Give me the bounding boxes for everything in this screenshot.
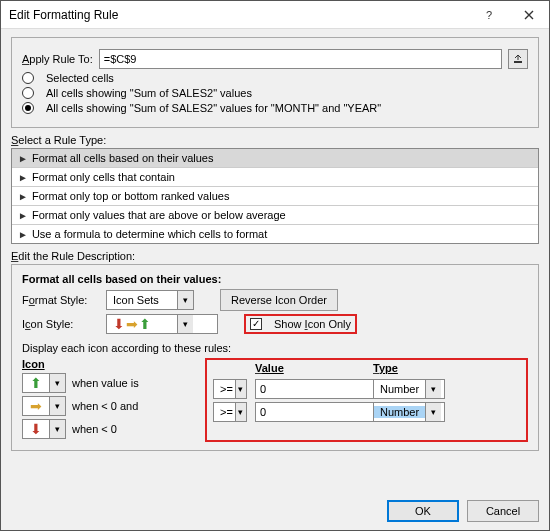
- rule-text: when < 0 and: [72, 400, 138, 412]
- rule-type-item[interactable]: ►Format only values that are above or be…: [12, 206, 538, 225]
- window-title: Edit Formatting Rule: [9, 8, 469, 22]
- apply-rule-group: Apply Rule To: Selected cells All cells …: [11, 37, 539, 128]
- operator-combo[interactable]: >=▾: [213, 402, 247, 422]
- show-icon-only-label: Show Icon Only: [274, 318, 351, 330]
- bullet-icon: ►: [18, 229, 28, 240]
- bullet-icon: ►: [18, 172, 28, 183]
- arrow-up-icon: ⬆: [139, 317, 151, 331]
- cancel-button[interactable]: Cancel: [467, 500, 539, 522]
- highlight-value-type: Value Type >=▾ Number▾ >=▾: [205, 358, 528, 442]
- type-combo[interactable]: Number▾: [373, 379, 445, 399]
- icon-style-combo[interactable]: ⬇ ➡ ⬆ ▾: [106, 314, 218, 334]
- icon-picker[interactable]: ⬆▾: [22, 373, 66, 393]
- chevron-down-icon: ▾: [425, 403, 441, 421]
- scope-all-cells[interactable]: All cells showing "Sum of SALES2" values: [22, 87, 528, 99]
- chevron-down-icon: ▾: [235, 380, 246, 398]
- range-select-button[interactable]: [508, 49, 528, 69]
- desc-heading: Format all cells based on their values:: [22, 273, 528, 285]
- collapse-icon: [513, 54, 523, 64]
- close-button[interactable]: [509, 1, 549, 29]
- chevron-down-icon: ▾: [425, 380, 441, 398]
- display-rules-label: Display each icon according to these rul…: [22, 342, 528, 354]
- svg-rect-0: [514, 61, 522, 63]
- scope-all-cells-fields[interactable]: All cells showing "Sum of SALES2" values…: [22, 102, 528, 114]
- bullet-icon: ►: [18, 210, 28, 221]
- type-combo[interactable]: Number▾: [373, 402, 445, 422]
- radio-icon: [22, 102, 34, 114]
- arrow-right-icon: ➡: [30, 399, 42, 413]
- col-value: Value: [255, 362, 365, 374]
- radio-icon: [22, 72, 34, 84]
- rule-desc-label: Edit the Rule Description:: [11, 250, 539, 262]
- reverse-icon-order-button[interactable]: Reverse Icon Order: [220, 289, 338, 311]
- chevron-down-icon: ▾: [177, 315, 193, 333]
- apply-rule-label: Apply Rule To:: [22, 53, 93, 65]
- arrow-right-icon: ➡: [126, 317, 138, 331]
- chevron-down-icon: ▾: [49, 420, 65, 438]
- dialog-footer: OK Cancel: [387, 500, 539, 522]
- arrow-up-icon: ⬆: [30, 376, 42, 390]
- icon-picker[interactable]: ➡▾: [22, 396, 66, 416]
- icon-picker[interactable]: ⬇▾: [22, 419, 66, 439]
- rule-type-item[interactable]: ►Format all cells based on their values: [12, 149, 538, 168]
- format-style-label: Format Style:: [22, 294, 100, 306]
- rule-type-item[interactable]: ►Format only top or bottom ranked values: [12, 187, 538, 206]
- format-style-combo[interactable]: Icon Sets ▾: [106, 290, 194, 310]
- bullet-icon: ►: [18, 153, 28, 164]
- chevron-down-icon: ▾: [49, 374, 65, 392]
- ok-button[interactable]: OK: [387, 500, 459, 522]
- col-icon: Icon: [22, 358, 197, 370]
- operator-combo[interactable]: >=▾: [213, 379, 247, 399]
- apply-rule-input[interactable]: [99, 49, 502, 69]
- radio-icon: [22, 87, 34, 99]
- scope-selected-cells[interactable]: Selected cells: [22, 72, 528, 84]
- arrow-down-icon: ⬇: [113, 317, 125, 331]
- bullet-icon: ►: [18, 191, 28, 202]
- chevron-down-icon: ▾: [177, 291, 193, 309]
- titlebar: Edit Formatting Rule ?: [1, 1, 549, 29]
- rule-description-group: Format all cells based on their values: …: [11, 264, 539, 451]
- close-icon: [524, 10, 534, 20]
- rule-type-item[interactable]: ►Use a formula to determine which cells …: [12, 225, 538, 243]
- chevron-down-icon: ▾: [235, 403, 246, 421]
- arrow-down-icon: ⬇: [30, 422, 42, 436]
- dialog-content: Apply Rule To: Selected cells All cells …: [1, 29, 549, 459]
- rule-type-label: Select a Rule Type:: [11, 134, 539, 146]
- rule-text: when < 0: [72, 423, 117, 435]
- show-icon-only-checkbox[interactable]: ✓: [250, 318, 262, 330]
- col-type: Type: [373, 362, 445, 374]
- rule-type-item[interactable]: ►Format only cells that contain: [12, 168, 538, 187]
- edit-formatting-rule-dialog: Edit Formatting Rule ? Apply Rule To: Se…: [0, 0, 550, 531]
- rule-text: when value is: [72, 377, 139, 389]
- highlight-show-icon-only: ✓ Show Icon Only: [244, 314, 357, 334]
- rule-type-list: ►Format all cells based on their values …: [11, 148, 539, 244]
- chevron-down-icon: ▾: [49, 397, 65, 415]
- help-button[interactable]: ?: [469, 1, 509, 29]
- icon-style-label: Icon Style:: [22, 318, 100, 330]
